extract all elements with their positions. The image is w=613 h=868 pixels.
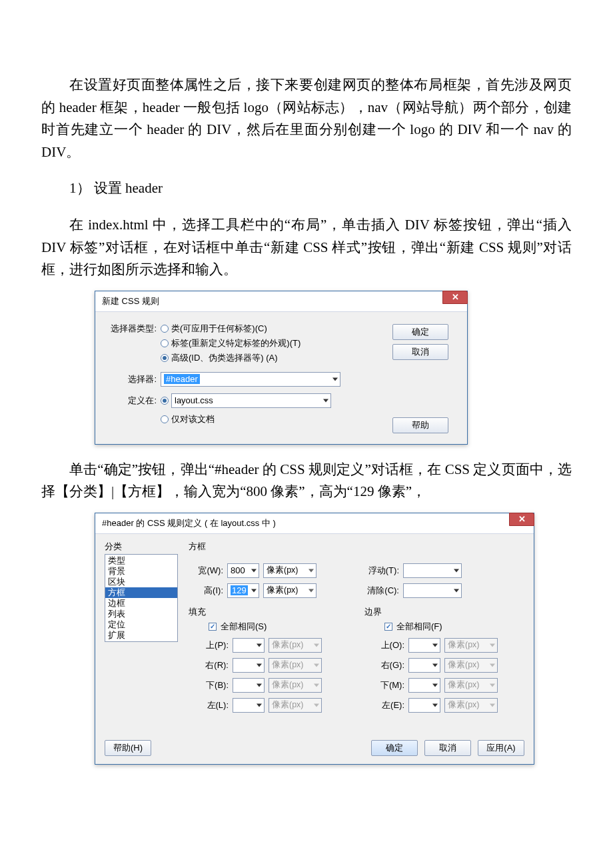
clear-combo[interactable] — [403, 583, 462, 598]
radio-advanced-option[interactable]: 高级(ID、伪类选择器等) (A) — [161, 351, 392, 365]
label-width: 宽(W): — [189, 565, 223, 577]
chevron-down-icon — [257, 643, 262, 647]
label-same-s: 全部相同(S) — [221, 621, 267, 633]
width-input[interactable]: 800 — [227, 563, 259, 578]
category-item[interactable]: 背景 — [105, 566, 177, 577]
margin-top-input[interactable] — [408, 638, 440, 653]
dialog-new-css-rule-figure: 新建 CSS 规则 ✕ 选择器类型: 类(可应用于任何标签)(C) — [95, 291, 572, 445]
chevron-down-icon — [314, 663, 319, 667]
label-float: 浮动(T): — [364, 565, 399, 577]
chevron-down-icon — [257, 703, 262, 707]
unit-value: 像素(px) — [267, 585, 299, 596]
padding-right-unit: 像素(px) — [269, 658, 322, 673]
chevron-down-icon — [490, 643, 495, 647]
height-input[interactable]: 129 — [227, 583, 259, 598]
chevron-down-icon — [257, 683, 262, 687]
padding-left-unit: 像素(px) — [269, 698, 322, 713]
margin-right-unit: 像素(px) — [444, 658, 498, 673]
close-icon[interactable]: ✕ — [442, 291, 468, 304]
radio-define-doc[interactable]: 仅对该文档 — [161, 412, 392, 427]
padding-bottom-input[interactable] — [233, 678, 265, 693]
chevron-down-icon — [251, 569, 257, 572]
checkbox-icon[interactable]: ✓ — [209, 623, 217, 631]
ok-button[interactable]: 确定 — [392, 324, 448, 340]
chevron-down-icon — [308, 589, 314, 592]
radio-class-option[interactable]: 类(可应用于任何标签)(C) — [161, 321, 392, 336]
chevron-down-icon — [454, 569, 459, 572]
chevron-down-icon — [251, 589, 257, 592]
radio-icon — [161, 325, 169, 333]
paragraph: 单击“确定”按钮，弹出“#header 的 CSS 规则定义”对话框，在 CSS… — [41, 459, 572, 503]
chevron-down-icon — [323, 399, 328, 402]
label-selector: 选择器: — [103, 372, 161, 385]
width-unit-combo[interactable]: 像素(px) — [263, 563, 316, 578]
define-file-value: layout.css — [175, 393, 213, 408]
help-button[interactable]: 帮助 — [392, 417, 448, 433]
padding-bottom-unit: 像素(px) — [269, 678, 322, 693]
section-title: 方框 — [189, 541, 524, 553]
chevron-down-icon — [490, 703, 495, 707]
label-right-r: 右(R): — [194, 659, 229, 671]
cancel-button[interactable]: 取消 — [392, 344, 448, 360]
ok-button[interactable]: 确定 — [371, 740, 418, 756]
label-clear: 清除(C): — [364, 585, 399, 597]
chevron-down-icon — [257, 663, 262, 667]
category-item[interactable]: 区块 — [105, 577, 177, 587]
margin-top-unit: 像素(px) — [444, 638, 498, 653]
label-define-in: 定义在: — [103, 393, 161, 407]
category-item[interactable]: 列表 — [105, 609, 177, 619]
apply-button[interactable]: 应用(A) — [478, 740, 524, 756]
category-item[interactable]: 定位 — [105, 619, 177, 630]
cancel-button[interactable]: 取消 — [424, 740, 471, 756]
category-item[interactable]: 类型 — [105, 555, 177, 566]
category-item[interactable]: 扩展 — [105, 630, 177, 641]
label-selector-type: 选择器类型: — [103, 321, 161, 335]
label-top-o: 上(O): — [370, 639, 404, 651]
label-bottom-b: 下(B): — [194, 679, 229, 691]
chevron-down-icon — [490, 683, 495, 687]
label-same-f: 全部相同(F) — [396, 621, 442, 633]
chevron-down-icon — [432, 663, 438, 667]
label-right-g: 右(G): — [370, 659, 404, 671]
padding-top-input[interactable] — [233, 638, 265, 653]
margin-right-input[interactable] — [408, 658, 440, 673]
radio-icon — [161, 397, 169, 405]
define-file-combo[interactable]: layout.css — [171, 393, 331, 408]
category-item[interactable]: 边框 — [105, 598, 177, 609]
radio-icon — [161, 354, 169, 362]
radio-icon — [161, 415, 169, 423]
category-list[interactable]: 类型背景区块方框边框列表定位扩展 — [105, 554, 178, 642]
close-icon[interactable]: ✕ — [509, 513, 534, 526]
dialog-css-rule-definition-figure: #header 的 CSS 规则定义 ( 在 layout.css 中 ) ✕ … — [95, 513, 572, 765]
dialog-titlebar: 新建 CSS 规则 ✕ — [95, 291, 467, 312]
chevron-down-icon — [432, 703, 438, 707]
width-value: 800 — [231, 565, 245, 575]
chevron-down-icon — [490, 663, 495, 667]
label-left-e: 左(E): — [370, 699, 404, 711]
paragraph: 在 index.html 中，选择工具栏中的“布局”，单击插入 DIV 标签按钮… — [41, 214, 572, 281]
padding-right-input[interactable] — [233, 658, 265, 673]
chevron-down-icon — [432, 683, 438, 687]
chevron-down-icon — [308, 569, 314, 572]
checkbox-icon[interactable]: ✓ — [384, 623, 392, 631]
float-combo[interactable] — [403, 563, 462, 578]
help-button[interactable]: 帮助(H) — [105, 740, 151, 756]
radio-icon — [161, 339, 169, 347]
label-height: 高(I): — [189, 585, 223, 597]
label-bottom-m: 下(M): — [370, 679, 404, 691]
height-unit-combo[interactable]: 像素(px) — [263, 583, 316, 598]
margin-bottom-input[interactable] — [408, 678, 440, 693]
margin-bottom-unit: 像素(px) — [444, 678, 498, 693]
selector-input[interactable]: #header — [161, 372, 340, 387]
radio-tag-option[interactable]: 标签(重新定义特定标签的外观)(T) — [161, 336, 392, 351]
chevron-down-icon — [314, 683, 319, 687]
padding-left-input[interactable] — [233, 698, 265, 713]
radio-label: 标签(重新定义特定标签的外观)(T) — [171, 336, 301, 351]
label-top-p: 上(P): — [194, 639, 229, 651]
margin-head: 边界 — [364, 606, 524, 618]
category-item[interactable]: 方框 — [105, 587, 177, 598]
chevron-down-icon — [432, 643, 438, 647]
radio-define-file[interactable]: layout.css — [161, 393, 392, 408]
heading-step-1: 1） 设置 header — [41, 177, 572, 200]
margin-left-input[interactable] — [408, 698, 440, 713]
